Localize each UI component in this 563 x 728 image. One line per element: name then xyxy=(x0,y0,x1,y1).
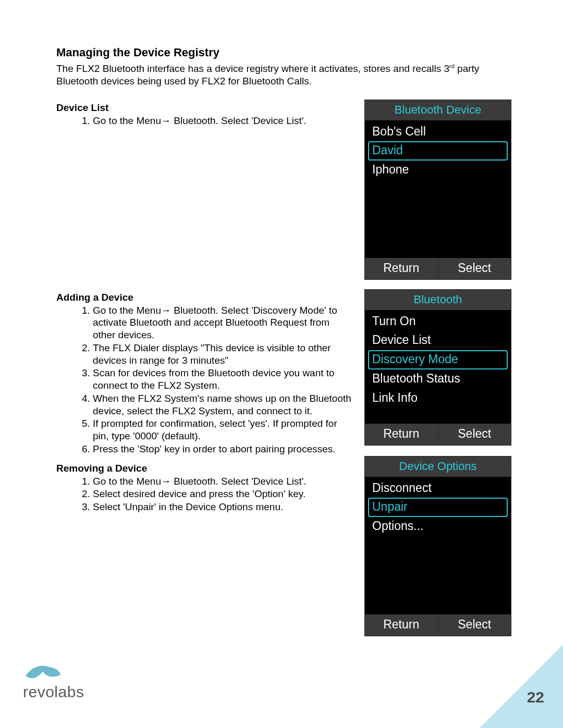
menu-item[interactable]: Turn On xyxy=(368,312,508,331)
screen-items: Disconnect Unpair Options... xyxy=(365,477,511,614)
screen-title: Bluetooth Device xyxy=(365,100,511,120)
softkey-select[interactable]: Select xyxy=(438,424,511,445)
page-corner-accent xyxy=(480,645,563,728)
softkey-select[interactable]: Select xyxy=(438,614,511,636)
screen-items: Turn On Device List Discovery Mode Bluet… xyxy=(365,310,511,424)
screen-bluetooth-device: Bluetooth Device Bob's Cell David Iphone… xyxy=(365,100,511,279)
softkey-return[interactable]: Return xyxy=(365,258,438,279)
device-item[interactable]: David xyxy=(368,141,508,161)
device-item[interactable]: Bob's Cell xyxy=(368,122,508,142)
menu-item[interactable]: Discovery Mode xyxy=(368,350,508,369)
device-item[interactable]: Iphone xyxy=(368,161,508,180)
list-item: Press the 'Stop' key in order to abort p… xyxy=(93,443,351,455)
subhead-removing: Removing a Device xyxy=(56,463,351,474)
page-heading: Managing the Device Registry xyxy=(56,46,511,59)
menu-item[interactable]: Bluetooth Status xyxy=(368,369,508,389)
list-item: Go to the Menu→ Bluetooth. Select 'Disco… xyxy=(93,304,351,341)
page-number: 22 xyxy=(527,688,544,706)
screen-items: Bob's Cell David Iphone xyxy=(365,120,511,258)
list-item: The FLX Dialer displays "This device is … xyxy=(93,342,351,367)
list-item: When the FLX2 System's name shows up on … xyxy=(93,392,351,417)
subhead-adding: Adding a Device xyxy=(56,292,351,303)
option-item[interactable]: Options... xyxy=(368,517,508,536)
intro-text: The FLX2 Bluetooth interface has a devic… xyxy=(56,63,511,88)
option-item[interactable]: Disconnect xyxy=(368,479,508,498)
softkey-return[interactable]: Return xyxy=(365,424,438,445)
subhead-device-list: Device List xyxy=(56,102,351,114)
intro-sup: rd xyxy=(449,63,455,69)
softkey-bar: Return Select xyxy=(365,258,511,279)
softkey-bar: Return Select xyxy=(365,614,511,636)
menu-item[interactable]: Link Info xyxy=(368,389,508,408)
brand-logo: revolabs xyxy=(23,659,84,701)
screen-device-options: Device Options Disconnect Unpair Options… xyxy=(365,456,511,636)
screen-title: Device Options xyxy=(365,456,511,477)
softkey-return[interactable]: Return xyxy=(365,614,438,636)
logo-text: revolabs xyxy=(23,683,84,701)
list-item: If prompted for confirmation, select 'ye… xyxy=(93,417,351,442)
intro-a: The FLX2 Bluetooth interface has a devic… xyxy=(56,63,449,74)
list-adding: Go to the Menu→ Bluetooth. Select 'Disco… xyxy=(56,304,351,455)
list-item: Scan for devices from the Bluetooth devi… xyxy=(93,367,351,392)
list-item: Go to the Menu→ Bluetooth. Select 'Devic… xyxy=(93,475,351,488)
screen-bluetooth-menu: Bluetooth Turn On Device List Discovery … xyxy=(365,290,511,445)
option-item[interactable]: Unpair xyxy=(368,498,508,517)
list-item: Select 'Unpair' in the Device Options me… xyxy=(93,501,351,513)
list-item: Go to the Menu→ Bluetooth. Select 'Devic… xyxy=(93,115,351,127)
list-removing: Go to the Menu→ Bluetooth. Select 'Devic… xyxy=(56,475,351,513)
screen-title: Bluetooth xyxy=(365,290,511,310)
list-device-list: Go to the Menu→ Bluetooth. Select 'Devic… xyxy=(56,115,351,127)
softkey-bar: Return Select xyxy=(365,424,511,445)
list-item: Select desired device and press the 'Opt… xyxy=(93,488,351,500)
menu-item[interactable]: Device List xyxy=(368,331,508,350)
softkey-select[interactable]: Select xyxy=(438,258,511,279)
logo-icon xyxy=(23,659,64,684)
